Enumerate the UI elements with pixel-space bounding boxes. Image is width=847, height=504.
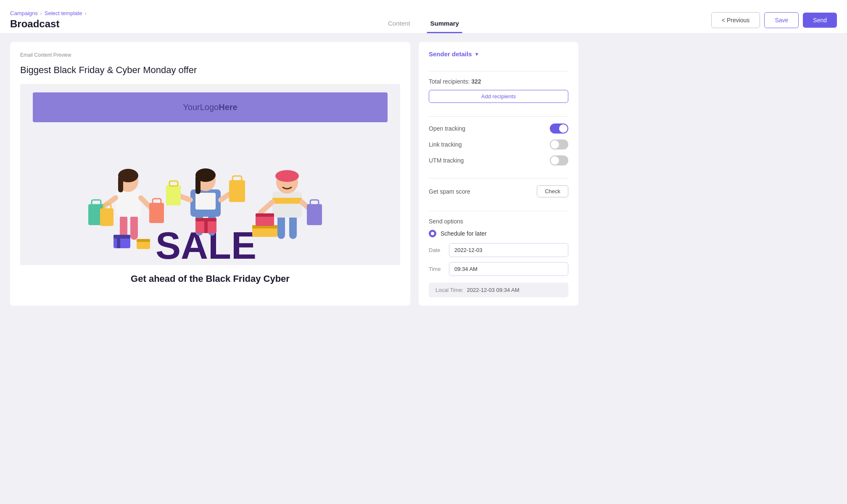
- toggle-thumb-link: [551, 140, 559, 149]
- logo-part1: YourLogo: [183, 102, 219, 112]
- open-tracking-toggle[interactable]: [550, 123, 568, 134]
- svg-rect-34: [272, 198, 302, 204]
- svg-rect-24: [166, 185, 181, 205]
- radio-schedule-later: [429, 230, 436, 237]
- email-preview-panel: Email Content Preview Biggest Black Frid…: [10, 42, 410, 306]
- send-options-label: Send options: [429, 218, 568, 225]
- main-content: Email Content Preview Biggest Black Frid…: [0, 34, 588, 314]
- svg-rect-18: [195, 193, 216, 210]
- date-row: Date: [429, 243, 568, 257]
- link-tracking-label: Link tracking: [429, 141, 462, 148]
- tab-content[interactable]: Content: [385, 15, 414, 33]
- breadcrumb-select-template[interactable]: Select template: [45, 10, 82, 16]
- schedule-for-later-option[interactable]: Schedule for later: [429, 230, 568, 237]
- svg-rect-31: [277, 215, 285, 239]
- svg-rect-37: [277, 173, 298, 178]
- figure-right: [252, 170, 322, 239]
- svg-rect-21: [195, 175, 201, 194]
- spam-score-row: Get spam score Check: [429, 185, 568, 197]
- time-row: Time: [429, 262, 568, 276]
- recipients-row: Total recipients: 322: [429, 78, 568, 85]
- divider-1: [429, 71, 568, 71]
- email-bottom-text: Get ahead of the Black Friday Cyber: [20, 265, 400, 293]
- open-tracking-row: Open tracking: [429, 123, 568, 134]
- chevron-down-icon: ▾: [475, 51, 478, 57]
- date-input[interactable]: [449, 243, 568, 257]
- tabs: Content Summary: [385, 15, 462, 33]
- page-title: Broadcast: [10, 18, 86, 30]
- divider-3: [429, 178, 568, 178]
- svg-rect-3: [116, 189, 141, 217]
- svg-rect-11: [100, 208, 113, 226]
- local-time-label: Local Time:: [435, 287, 463, 293]
- logo-part2: Here: [219, 102, 237, 112]
- link-tracking-row: Link tracking: [429, 139, 568, 150]
- svg-rect-48: [117, 235, 120, 248]
- svg-rect-13: [149, 203, 164, 223]
- tab-summary[interactable]: Summary: [427, 15, 462, 33]
- svg-rect-40: [307, 204, 322, 225]
- figure-left: [88, 169, 164, 240]
- spam-score-label: Get spam score: [429, 188, 470, 195]
- email-body: YourLogoHere SALE: [20, 84, 400, 293]
- add-recipients-button[interactable]: Add recipients: [429, 90, 568, 103]
- send-button[interactable]: Send: [803, 13, 837, 28]
- breadcrumb: Campaigns › Select template ›: [10, 10, 86, 16]
- svg-rect-30: [204, 218, 208, 233]
- svg-rect-2: [130, 215, 138, 240]
- divider-2: [429, 116, 568, 117]
- local-time-value: 2022-12-03 09:34 AM: [467, 287, 519, 293]
- previous-button[interactable]: < Previous: [711, 12, 760, 28]
- svg-rect-47: [113, 235, 130, 239]
- svg-rect-33: [272, 192, 302, 218]
- schedule-later-label: Schedule for later: [441, 230, 487, 237]
- header-actions: < Previous Save Send: [711, 12, 837, 33]
- logo-text: YourLogoHere: [183, 102, 237, 112]
- sale-illustration: SALE: [20, 122, 400, 265]
- svg-rect-50: [137, 239, 150, 242]
- breadcrumb-campaigns[interactable]: Campaigns: [10, 10, 38, 16]
- time-input[interactable]: [449, 262, 568, 276]
- sender-details-header[interactable]: Sender details ▾: [429, 50, 568, 58]
- utm-tracking-toggle[interactable]: [550, 155, 568, 165]
- toggle-thumb-utm: [551, 156, 559, 165]
- email-subject: Biggest Black Friday & Cyber Monday offe…: [20, 65, 400, 76]
- time-label: Time: [429, 266, 444, 272]
- breadcrumb-sep1: ›: [40, 10, 42, 16]
- date-label: Date: [429, 247, 444, 253]
- svg-rect-6: [118, 176, 123, 192]
- header-left: Campaigns › Select template › Broadcast: [10, 10, 86, 33]
- breadcrumb-sep2: ›: [84, 10, 86, 16]
- recipients-count: 322: [471, 78, 481, 85]
- header: Campaigns › Select template › Broadcast …: [0, 0, 847, 34]
- toggle-thumb: [559, 124, 567, 133]
- local-time-box: Local Time: 2022-12-03 09:34 AM: [429, 283, 568, 297]
- utm-tracking-row: UTM tracking: [429, 155, 568, 165]
- save-button[interactable]: Save: [764, 12, 799, 28]
- recipients-label: Total recipients: 322: [429, 78, 481, 85]
- divider-4: [429, 211, 568, 211]
- utm-tracking-label: UTM tracking: [429, 157, 464, 164]
- svg-line-38: [261, 202, 272, 213]
- sender-details-label: Sender details: [429, 50, 472, 58]
- svg-rect-26: [229, 180, 245, 202]
- check-spam-button[interactable]: Check: [537, 185, 568, 197]
- svg-rect-45: [256, 213, 274, 217]
- sidebar-panel: Sender details ▾ Total recipients: 322 A…: [419, 42, 578, 306]
- open-tracking-label: Open tracking: [429, 125, 465, 132]
- link-tracking-toggle[interactable]: [550, 139, 568, 150]
- svg-rect-32: [289, 215, 297, 239]
- sale-svg: SALE: [33, 131, 388, 265]
- email-logo-bar: YourLogoHere: [33, 92, 388, 122]
- email-preview-label: Email Content Preview: [20, 52, 400, 58]
